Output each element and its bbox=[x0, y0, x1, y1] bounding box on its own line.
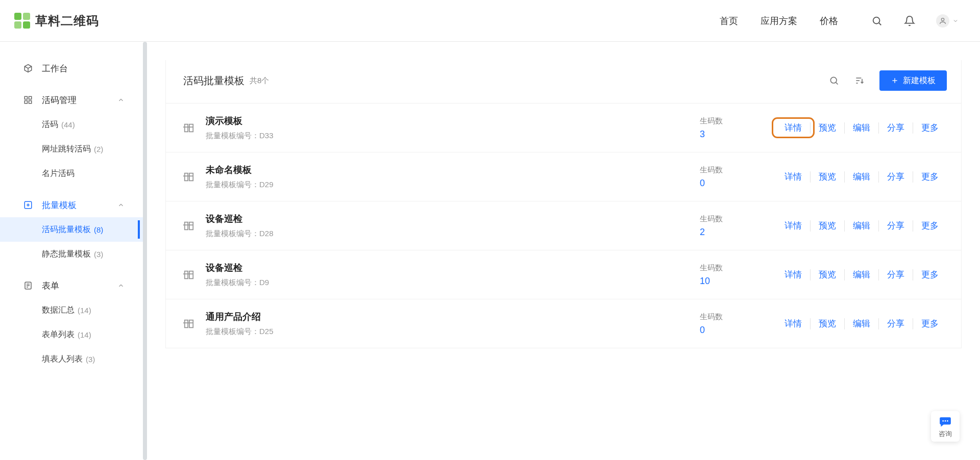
row-actions: 详情预览编辑分享更多 bbox=[776, 269, 947, 280]
sidebar-item-label: 活码批量模板 bbox=[42, 224, 91, 235]
svg-rect-6 bbox=[29, 101, 32, 104]
form-icon bbox=[23, 281, 35, 290]
action-share[interactable]: 分享 bbox=[879, 122, 913, 134]
action-edit[interactable]: 编辑 bbox=[845, 171, 878, 183]
panel-title: 活码批量模板 bbox=[183, 74, 244, 88]
row-actions: 详情预览编辑分享更多 bbox=[776, 122, 947, 134]
template-count: 生码数3 bbox=[700, 116, 746, 140]
template-panel: 活码批量模板 共8个 新建模板 演示模板批量模板编号：D33生码数3详情预览编辑… bbox=[165, 60, 962, 348]
action-more[interactable]: 更多 bbox=[913, 122, 947, 134]
search-icon[interactable] bbox=[828, 75, 840, 86]
sidebar-item-live-code-mgmt[interactable]: 活码管理 bbox=[0, 88, 147, 112]
sidebar-item-count: (3) bbox=[94, 250, 103, 259]
action-preview[interactable]: 预览 bbox=[811, 318, 844, 329]
new-template-button[interactable]: 新建模板 bbox=[879, 70, 947, 91]
action-more[interactable]: 更多 bbox=[913, 269, 947, 280]
action-detail[interactable]: 详情 bbox=[776, 318, 810, 329]
sidebar-item-batch-template[interactable]: 批量模板 bbox=[0, 193, 147, 217]
topnav: 首页 应用方案 价格 bbox=[720, 14, 959, 28]
template-icon bbox=[183, 269, 197, 280]
sidebar-item-filler-list[interactable]: 填表人列表 (3) bbox=[0, 347, 147, 371]
count-label: 生码数 bbox=[700, 263, 723, 273]
svg-point-14 bbox=[830, 77, 837, 83]
action-preview[interactable]: 预览 bbox=[811, 269, 844, 280]
sidebar-item-label: 静态批量模板 bbox=[42, 249, 91, 260]
action-detail[interactable]: 详情 bbox=[776, 122, 810, 134]
sidebar-item-workspace[interactable]: 工作台 bbox=[0, 56, 147, 81]
template-row: 设备巡检批量模板编号：D28生码数2详情预览编辑分享更多 bbox=[166, 201, 961, 250]
count-value[interactable]: 0 bbox=[700, 178, 705, 189]
svg-rect-34 bbox=[189, 320, 193, 327]
action-more[interactable]: 更多 bbox=[913, 318, 947, 329]
sidebar-item-form-list[interactable]: 表单列表 (14) bbox=[0, 322, 147, 347]
count-value[interactable]: 0 bbox=[700, 325, 705, 336]
sidebar-item-label: 表单 bbox=[42, 280, 59, 292]
action-detail[interactable]: 详情 bbox=[776, 269, 810, 280]
action-preview[interactable]: 预览 bbox=[811, 171, 844, 183]
action-edit[interactable]: 编辑 bbox=[845, 220, 878, 232]
bell-icon[interactable] bbox=[903, 15, 916, 27]
sidebar-item-label: 填表人列表 bbox=[42, 354, 83, 365]
action-share[interactable]: 分享 bbox=[879, 318, 913, 329]
action-edit[interactable]: 编辑 bbox=[845, 269, 878, 280]
svg-line-1 bbox=[879, 23, 881, 25]
count-label: 生码数 bbox=[700, 116, 723, 126]
sidebar-item-label: 批量模板 bbox=[42, 199, 77, 211]
sort-icon[interactable] bbox=[854, 75, 865, 86]
action-share[interactable]: 分享 bbox=[879, 220, 913, 232]
action-preview[interactable]: 预览 bbox=[811, 220, 844, 232]
action-share[interactable]: 分享 bbox=[879, 269, 913, 280]
svg-point-2 bbox=[941, 18, 944, 20]
svg-rect-5 bbox=[24, 101, 27, 104]
nav-home[interactable]: 首页 bbox=[720, 15, 738, 27]
sidebar-item-card-code[interactable]: 名片活码 bbox=[0, 161, 147, 186]
logo[interactable]: 草料二维码 bbox=[14, 13, 99, 29]
logo-text: 草料二维码 bbox=[35, 13, 99, 29]
svg-rect-33 bbox=[185, 320, 188, 327]
sidebar-item-live-batch-template[interactable]: 活码批量模板 (8) bbox=[0, 217, 147, 242]
sidebar-item-label: 名片活码 bbox=[42, 168, 75, 179]
row-actions: 详情预览编辑分享更多 bbox=[776, 220, 947, 232]
action-edit[interactable]: 编辑 bbox=[845, 122, 878, 134]
template-icon bbox=[183, 318, 197, 329]
sidebar-item-data-summary[interactable]: 数据汇总 (14) bbox=[0, 298, 147, 322]
action-preview[interactable]: 预览 bbox=[811, 122, 844, 134]
panel-header: 活码批量模板 共8个 新建模板 bbox=[166, 60, 961, 103]
panel-subtitle: 共8个 bbox=[250, 76, 269, 86]
count-label: 生码数 bbox=[700, 165, 723, 175]
chat-icon bbox=[939, 415, 952, 428]
nav-solutions[interactable]: 应用方案 bbox=[761, 15, 797, 27]
count-value[interactable]: 10 bbox=[700, 276, 710, 287]
consult-button[interactable]: 咨询 bbox=[931, 411, 960, 442]
template-title: 通用产品介绍 bbox=[206, 311, 274, 323]
logo-icon bbox=[14, 13, 30, 29]
sidebar-item-count: (14) bbox=[78, 306, 91, 315]
sidebar-item-static-batch-template[interactable]: 静态批量模板 (3) bbox=[0, 242, 147, 266]
sidebar-item-url-jump[interactable]: 网址跳转活码 (2) bbox=[0, 137, 147, 161]
template-count: 生码数10 bbox=[700, 263, 746, 287]
template-meta: 批量模板编号：D9 bbox=[206, 278, 269, 288]
svg-point-37 bbox=[945, 420, 946, 422]
nav-pricing[interactable]: 价格 bbox=[820, 15, 838, 27]
sidebar-item-forms[interactable]: 表单 bbox=[0, 273, 147, 298]
template-title: 设备巡检 bbox=[206, 262, 269, 274]
action-detail[interactable]: 详情 bbox=[776, 171, 810, 183]
topbar: 草料二维码 首页 应用方案 价格 bbox=[0, 0, 980, 42]
template-meta: 批量模板编号：D25 bbox=[206, 327, 274, 337]
cube-icon bbox=[23, 64, 35, 73]
sidebar-item-live-code[interactable]: 活码 (44) bbox=[0, 112, 147, 137]
action-more[interactable]: 更多 bbox=[913, 171, 947, 183]
count-label: 生码数 bbox=[700, 214, 723, 224]
svg-point-0 bbox=[873, 17, 880, 23]
panel-tools: 新建模板 bbox=[828, 70, 947, 91]
search-icon[interactable] bbox=[871, 15, 883, 27]
template-count: 生码数0 bbox=[700, 165, 746, 189]
action-detail[interactable]: 详情 bbox=[776, 220, 810, 232]
action-edit[interactable]: 编辑 bbox=[845, 318, 878, 329]
svg-rect-21 bbox=[185, 124, 188, 132]
user-menu[interactable] bbox=[936, 14, 959, 28]
action-more[interactable]: 更多 bbox=[913, 220, 947, 232]
count-value[interactable]: 3 bbox=[700, 129, 705, 140]
action-share[interactable]: 分享 bbox=[879, 171, 913, 183]
count-value[interactable]: 2 bbox=[700, 227, 705, 238]
